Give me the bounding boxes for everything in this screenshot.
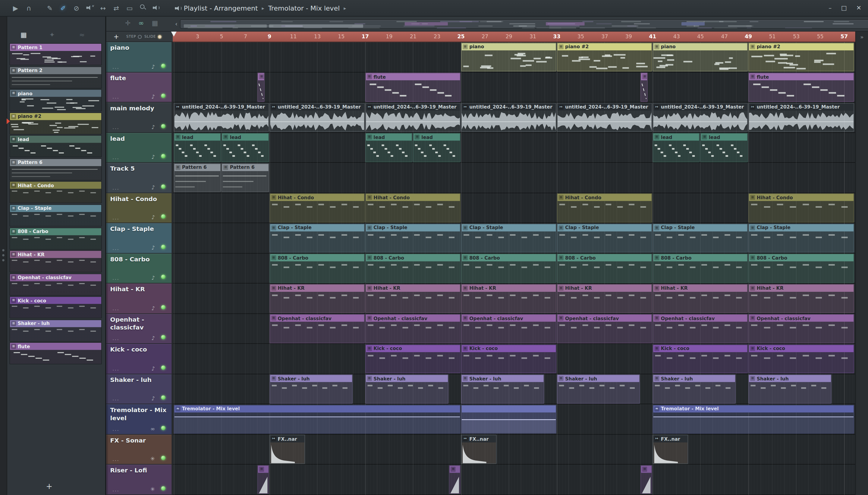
playlist-h-scrollbar[interactable]: ‹ › (173, 19, 868, 29)
track-header-hihat-condo[interactable]: Hihat - Condo···♪ (106, 193, 172, 222)
clip-hihat-kr[interactable]: ≡Hihat - KR (748, 284, 854, 313)
clip-shaker-luh[interactable]: ≡Shaker - luh (557, 374, 640, 403)
move-tool-icon[interactable]: ✛ (125, 19, 131, 27)
track-enable-led[interactable] (161, 94, 166, 98)
clip-808-carbo[interactable]: ≡808 - Carbo (365, 254, 461, 283)
clip-openhat-classicfav[interactable]: ≡Openhat - classicfav (461, 314, 556, 343)
track-enable-led[interactable] (161, 154, 166, 158)
clip-openhat-classicfav[interactable]: ≡Openhat - classicfav (365, 314, 461, 343)
pattern-item-pattern-1[interactable]: ≡Pattern 1 (9, 43, 102, 65)
track-header-kick-coco[interactable]: Kick - coco···♪ (106, 344, 172, 374)
track-header-main-melody[interactable]: main melody···♪ (106, 102, 172, 132)
clip-shaker-luh[interactable]: ≡Shaker - luh (270, 374, 353, 403)
add-track-button[interactable]: + (114, 33, 119, 40)
clip-flute[interactable]: ≡ (641, 73, 648, 102)
clip-piano-2[interactable]: ≡piano #2 (557, 42, 652, 71)
track-enable-led[interactable] (161, 395, 166, 400)
add-pattern-button[interactable]: + (46, 482, 52, 491)
clip-kick-coco[interactable]: ≡Kick - coco (748, 344, 854, 373)
window-tool-icon[interactable]: ▦ (152, 19, 158, 27)
track-header-riser-lofi[interactable]: Riser - Lofi···✳ (106, 465, 172, 494)
clip-shaker-luh[interactable]: ≡Shaker - luh (748, 374, 832, 403)
pattern-item-flute[interactable]: ≡flute (9, 342, 102, 364)
track-enable-led[interactable] (161, 63, 166, 68)
pattern-item-shaker-luh[interactable]: ≡Shaker - luh (9, 319, 102, 341)
clip-tremolator-mix-level[interactable]: ≈Tremolator - Mix level (174, 405, 461, 433)
clip-openhat-classicfav[interactable]: ≡Openhat - classicfav (270, 314, 365, 343)
select-tool-icon[interactable]: ▭ (123, 4, 136, 12)
clip-hihat-kr[interactable]: ≡Hihat - KR (461, 284, 556, 313)
clip-flute[interactable]: ≡ (257, 73, 265, 102)
step-toggle[interactable] (138, 35, 142, 39)
clip-lead[interactable]: ≡lead (222, 133, 269, 162)
pattern-item-piano-2[interactable]: ≡piano #2 (9, 112, 102, 134)
track-header-clap-staple[interactable]: Clap - Staple···♪ (106, 223, 172, 253)
minimize-button[interactable]: – (829, 4, 832, 12)
pattern-item-clap-staple[interactable]: ≡Clap - Staple (9, 204, 102, 226)
clip-lead[interactable]: ≡lead (653, 133, 700, 162)
clip-untitled-2024-6-39-19-master[interactable]: ↦untitled_2024-..6-39-19_Master (653, 103, 748, 132)
clip-fx-nar[interactable]: ↦FX..nar (653, 435, 688, 464)
pattern-grid-icon[interactable]: ▦ (20, 31, 27, 39)
clip-clap-staple[interactable]: ≡Clap - Staple (270, 223, 365, 252)
draw-tool-icon[interactable]: ✐ (56, 4, 70, 12)
clip-flute[interactable]: ≡flute (365, 73, 461, 102)
clip-clap-staple[interactable]: ≡Clap - Staple (748, 223, 854, 252)
clip-hihat-kr[interactable]: ≡Hihat - KR (653, 284, 748, 313)
clip-hihat-condo[interactable]: ≡Hihat - Condo (270, 193, 365, 222)
clip-untitled-2024-6-39-19-master[interactable]: ↦untitled_2024-..6-39-19_Master (748, 103, 854, 132)
clip-lead[interactable]: ≡lead (700, 133, 748, 162)
clip-808-carbo[interactable]: ≡808 - Carbo (653, 254, 748, 283)
pattern-item-hihat-condo[interactable]: ≡Hihat - Condo (9, 181, 102, 203)
pattern-item-hihat-kr[interactable]: ≡Hihat - KR (9, 250, 102, 272)
clip-piano-2[interactable]: ≡piano #2 (748, 42, 854, 71)
playback-tool-icon[interactable] (150, 4, 163, 12)
clip-tremolator-mix-level[interactable] (461, 405, 556, 433)
clip-flute[interactable]: ≡flute (748, 73, 854, 102)
pattern-star-icon[interactable]: ✦ (49, 31, 55, 39)
pattern-wave-icon[interactable]: ≈ (79, 31, 85, 39)
clip-openhat-classicfav[interactable]: ≡Openhat - classicfav (748, 314, 854, 343)
scroll-right-edge-icon[interactable]: » (856, 34, 868, 40)
clip-fx-nar[interactable]: ↦FX..nar (461, 435, 497, 464)
pattern-item-openhat-classicfav[interactable]: ≡Openhat - classicfav (9, 273, 102, 295)
clip-untitled-2024-6-39-19-master[interactable]: ↦untitled_2024-..6-39-19_Master (174, 103, 269, 132)
slip-tool-icon[interactable]: ✎ (43, 4, 56, 12)
swap-tool-icon[interactable]: ⇄ (110, 4, 123, 12)
right-scroll-gutter[interactable]: » (855, 32, 868, 495)
close-button[interactable]: ✕ (856, 4, 861, 12)
clip-fx-nar[interactable]: ↦FX..nar (270, 435, 305, 464)
clip-clap-staple[interactable]: ≡Clap - Staple (557, 223, 652, 252)
headphones-icon[interactable]: ∩ (22, 4, 35, 12)
track-header-fx-sonar[interactable]: FX - Sonar···✳ (106, 435, 172, 464)
clip-riser-lofi[interactable]: ≡ (641, 465, 652, 494)
clip-kick-coco[interactable]: ≡Kick - coco (365, 344, 461, 373)
clip-riser-lofi[interactable]: ≡ (449, 465, 461, 494)
arrangement-minimap[interactable] (180, 19, 868, 29)
clip-lead[interactable]: ≡lead (174, 133, 221, 162)
clip-untitled-2024-6-39-19-master[interactable]: ↦untitled_2024-..6-39-19_Master (365, 103, 461, 132)
play-icon[interactable]: ▶ (9, 4, 22, 12)
clip-808-carbo[interactable]: ≡808 - Carbo (461, 254, 556, 283)
clip-tremolator-mix-level[interactable]: ≈Tremolator - Mix level (653, 405, 854, 433)
track-enable-led[interactable] (161, 275, 166, 279)
clip-riser-lofi[interactable]: ≡ (257, 465, 269, 494)
clip-kick-coco[interactable]: ≡Kick - coco (653, 344, 748, 373)
track-header-shaker-luh[interactable]: Shaker - luh···♪ (106, 374, 172, 404)
track-enable-led[interactable] (161, 184, 166, 189)
pattern-item-kick-coco[interactable]: ≡Kick - coco (9, 296, 102, 318)
delete-tool-icon[interactable]: ⊘ (70, 4, 83, 12)
clip-shaker-luh[interactable]: ≡Shaker - luh (461, 374, 544, 403)
playhead-marker[interactable] (171, 32, 177, 37)
track-header-tremolator-mix-level[interactable]: Tremolator - Mix level···∞ (106, 405, 172, 434)
clip-untitled-2024-6-39-19-master[interactable]: ↦untitled_2024-..6-39-19_Master (461, 103, 556, 132)
track-header-openhat-classicfav[interactable]: Openhat - classicfav···♪ (106, 314, 172, 343)
breadcrumb-item-playlist[interactable]: Playlist - Arrangement (184, 4, 258, 12)
clip-hihat-condo[interactable]: ≡Hihat - Condo (557, 193, 652, 222)
pattern-item-piano[interactable]: ≡piano (9, 89, 102, 111)
track-enable-led[interactable] (161, 365, 166, 370)
clip-808-carbo[interactable]: ≡808 - Carbo (270, 254, 365, 283)
clip-shaker-luh[interactable]: ≡Shaker - luh (365, 374, 449, 403)
mute-tool-icon[interactable]: ✕ (83, 4, 97, 12)
pattern-item-pattern-6[interactable]: ≡Pattern 6 (9, 158, 102, 180)
